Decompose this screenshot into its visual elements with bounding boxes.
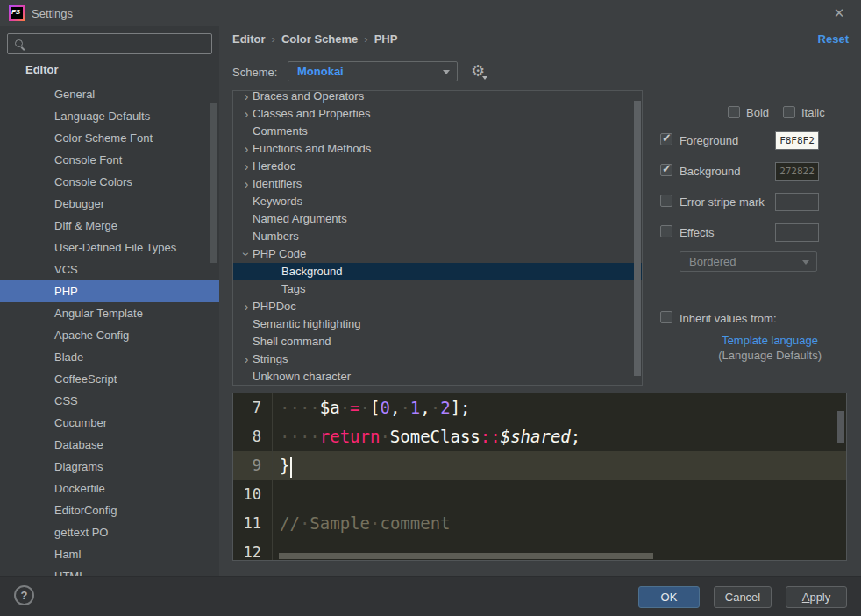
sidebar-item-blade[interactable]: Blade <box>0 346 219 368</box>
search-box[interactable] <box>7 33 212 54</box>
sidebar-item-vcs[interactable]: VCS <box>0 258 219 280</box>
ok-button[interactable]: OK <box>638 586 700 608</box>
tree-item-tags[interactable]: Tags <box>233 280 642 298</box>
breadcrumb-item-php[interactable]: PHP <box>374 32 398 46</box>
tree-item-named-arguments[interactable]: Named Arguments <box>233 210 642 228</box>
tree-scrollbar[interactable] <box>634 101 641 376</box>
breadcrumb-item-color-scheme[interactable]: Color Scheme <box>281 32 358 46</box>
bold-checkbox[interactable] <box>728 106 740 118</box>
inherit-values-label: Inherit values from: <box>680 312 777 325</box>
italic-checkbox[interactable] <box>783 106 795 118</box>
sidebar-item-user-defined-file-types[interactable]: User-Defined File Types <box>0 237 219 258</box>
code-token: · <box>430 398 440 417</box>
sidebar-item-gettext-po[interactable]: gettext PO <box>0 521 219 543</box>
code-preview-editor[interactable]: 7····$a·=·[0,·1,·2];8····return·SomeClas… <box>232 393 847 561</box>
tree-item-classes-and-properties[interactable]: ›Classes and Properties <box>233 105 642 123</box>
sidebar-item-diagrams[interactable]: Diagrams <box>0 456 219 478</box>
scheme-gear-icon[interactable]: ⚙ <box>471 61 488 81</box>
tree-item-strings[interactable]: ›Strings <box>233 350 642 368</box>
scheme-select[interactable]: Monokai <box>288 61 458 81</box>
help-icon[interactable]: ? <box>14 585 34 605</box>
breadcrumb-item-editor[interactable]: Editor <box>232 32 266 46</box>
code-token: 2 <box>440 398 450 417</box>
tree-item-shell-command[interactable]: Shell command <box>233 333 642 350</box>
effects-style-select[interactable]: Bordered <box>680 251 817 272</box>
sidebar-item-console-font[interactable]: Console Font <box>0 149 219 171</box>
expand-arrow-icon[interactable]: › <box>240 140 253 158</box>
inherit-values-checkbox[interactable] <box>660 311 672 323</box>
sidebar-item-haml[interactable]: Haml <box>0 543 219 565</box>
expand-arrow-icon[interactable]: › <box>240 298 253 315</box>
sidebar-item-debugger[interactable]: Debugger <box>0 193 219 215</box>
editor-horizontal-scrollbar[interactable] <box>279 553 653 559</box>
tree-item-braces-and-operators[interactable]: ›Braces and Operators <box>233 90 642 105</box>
error-stripe-mark-color-swatch[interactable] <box>775 193 819 211</box>
editor-vertical-scrollbar[interactable] <box>837 411 844 443</box>
tree-item-label: Numbers <box>253 228 299 245</box>
sidebar-item-apache-config[interactable]: Apache Config <box>0 324 219 346</box>
expand-arrow-icon[interactable]: › <box>240 350 253 368</box>
code-text: } <box>273 451 292 480</box>
tree-item-comments[interactable]: Comments <box>233 123 642 140</box>
code-token: = <box>350 398 359 417</box>
scheme-value: Monokai <box>297 65 344 78</box>
sidebar-item-dockerfile[interactable]: Dockerfile <box>0 478 219 499</box>
sidebar-item-diff-merge[interactable]: Diff & Merge <box>0 215 219 237</box>
scheme-label: Scheme: <box>232 66 277 79</box>
sidebar-item-html[interactable]: HTML <box>0 565 219 576</box>
code-token: 1 <box>410 398 420 417</box>
expand-arrow-icon[interactable]: › <box>240 158 253 175</box>
tree-item-label: Named Arguments <box>253 210 347 228</box>
tree-item-background[interactable]: Background <box>233 263 642 280</box>
sidebar-item-coffeescript[interactable]: CoffeeScript <box>0 368 219 390</box>
expand-arrow-icon[interactable]: › <box>240 105 253 123</box>
expand-arrow-icon[interactable]: › <box>240 90 253 105</box>
sidebar-item-php[interactable]: PHP <box>0 280 219 302</box>
reset-link[interactable]: Reset <box>818 32 849 46</box>
collapse-arrow-icon[interactable]: › <box>238 248 255 260</box>
sidebar-item-color-scheme-font[interactable]: Color Scheme Font <box>0 127 219 149</box>
tree-item-unknown-character[interactable]: Unknown character <box>233 368 642 386</box>
tree-item-identifiers[interactable]: ›Identifiers <box>233 175 642 193</box>
tree-item-label: Unknown character <box>253 368 351 386</box>
template-language-link[interactable]: Template language <box>653 334 818 347</box>
code-token: $a <box>320 398 340 417</box>
background-checkbox[interactable]: ✓ <box>660 164 672 176</box>
foreground-color-swatch[interactable]: F8F8F2 <box>775 131 819 150</box>
editor-line[interactable]: 11//·Sample·comment <box>233 509 846 538</box>
sidebar-item-css[interactable]: CSS <box>0 390 219 412</box>
sidebar-scrollbar[interactable] <box>210 103 217 263</box>
tree-item-keywords[interactable]: Keywords <box>233 193 642 210</box>
error-stripe-mark-checkbox[interactable] <box>660 195 672 207</box>
sidebar-item-cucumber[interactable]: Cucumber <box>0 412 219 434</box>
sidebar-item-database[interactable]: Database <box>0 434 219 456</box>
sidebar-item-editorconfig[interactable]: EditorConfig <box>0 499 219 521</box>
code-token: // <box>280 513 300 533</box>
editor-line[interactable]: 9} <box>233 451 846 480</box>
sidebar-item-console-colors[interactable]: Console Colors <box>0 171 219 193</box>
search-input[interactable] <box>31 35 206 53</box>
editor-line[interactable]: 10 <box>233 480 846 509</box>
effects-color-swatch[interactable] <box>775 223 819 242</box>
editor-line[interactable]: 8····return·SomeClass::$shared; <box>233 422 846 451</box>
close-icon[interactable]: ✕ <box>831 5 847 21</box>
sidebar-item-angular-template[interactable]: Angular Template <box>0 302 219 324</box>
tree-item-phpdoc[interactable]: ›PHPDoc <box>233 298 642 315</box>
effects-checkbox[interactable] <box>660 225 672 237</box>
editor-line[interactable]: 7····$a·=·[0,·1,·2]; <box>233 393 846 422</box>
code-token: Sample <box>310 513 370 533</box>
foreground-checkbox[interactable]: ✓ <box>660 133 672 145</box>
background-label: Background <box>680 165 740 178</box>
sidebar-item-language-defaults[interactable]: Language Defaults <box>0 105 219 127</box>
tree-item-heredoc[interactable]: ›Heredoc <box>233 158 642 175</box>
expand-arrow-icon[interactable]: › <box>240 175 253 193</box>
tree-item-php-code[interactable]: ›PHP Code <box>233 245 642 263</box>
apply-button[interactable]: Apply <box>786 586 847 608</box>
sidebar-item-general[interactable]: General <box>0 83 219 105</box>
background-color-swatch[interactable]: 272822 <box>775 162 819 181</box>
tree-item-functions-and-methods[interactable]: ›Functions and Methods <box>233 140 642 158</box>
code-token: ; <box>571 427 580 446</box>
tree-item-numbers[interactable]: Numbers <box>233 228 642 245</box>
cancel-button[interactable]: Cancel <box>714 586 772 608</box>
tree-item-semantic-highlighting[interactable]: Semantic highlighting <box>233 315 642 333</box>
